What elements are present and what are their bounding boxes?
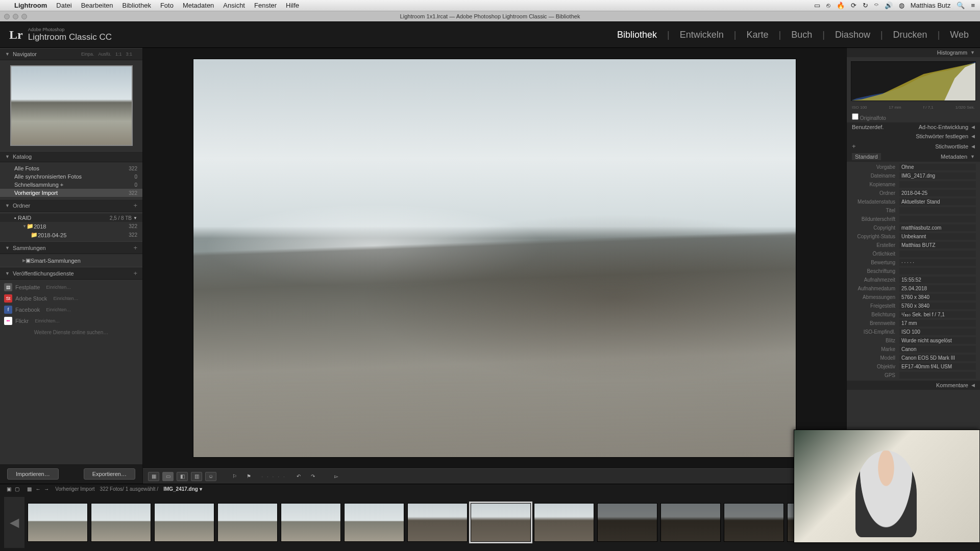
flag-reject-icon[interactable]: ⚑ (243, 472, 254, 481)
slideshow-icon[interactable]: ▻ (331, 472, 342, 481)
metadata-row[interactable]: Titel (847, 206, 980, 215)
status-icon[interactable]: ↻ (863, 2, 868, 9)
metadata-row[interactable]: BlitzWurde nicht ausgelöst (847, 336, 980, 345)
zoom-fit[interactable]: Einpa. (81, 52, 94, 57)
metadata-value[interactable] (899, 207, 976, 214)
publish-header[interactable]: ▼ Veröffentlichungsdienste + (0, 267, 142, 280)
metadata-row[interactable]: ModellCanon EOS 5D Mark III (847, 354, 980, 362)
loupe-view-icon[interactable]: ▭ (162, 472, 174, 481)
metadata-row[interactable]: GPS (847, 371, 980, 380)
zoom-1-1[interactable]: 1:1 (115, 52, 122, 57)
metadata-row[interactable]: Brennweite17 mm (847, 319, 980, 328)
metadata-row[interactable]: ErstellerMatthias BUTZ (847, 241, 980, 249)
metadata-value[interactable]: Aktuellster Stand (899, 198, 976, 205)
menu-icon[interactable]: ≡ (971, 2, 975, 9)
metadata-row[interactable]: Bildunterschrift (847, 215, 980, 223)
metadata-row[interactable]: Beschriftung (847, 267, 980, 276)
module-buch[interactable]: Buch (789, 30, 814, 40)
thumbnail[interactable] (154, 503, 214, 542)
histogram-header[interactable]: Histogramm▼ (847, 48, 980, 57)
metadata-value[interactable]: Canon (899, 346, 976, 353)
configure-link[interactable]: Einrichten… (35, 318, 60, 323)
navigator-header[interactable]: ▼ Navigator Einpa. Ausfü. 1:1 3:1 (0, 48, 142, 60)
status-icon[interactable]: 🔥 (837, 2, 845, 9)
module-diashow[interactable]: Diashow (833, 30, 872, 40)
metadata-value[interactable]: IMG_2417.dng (899, 172, 976, 179)
close-icon[interactable] (4, 14, 10, 19)
filmstrip-source[interactable]: Vorheriger Import (55, 486, 94, 492)
metadata-value[interactable]: Matthias BUTZ (899, 242, 976, 248)
module-entwickeln[interactable]: Entwickeln (678, 30, 726, 40)
thumbnail[interactable] (407, 503, 468, 542)
metadata-value[interactable]: 5760 x 3840 (899, 294, 976, 300)
thumbnail[interactable] (344, 503, 404, 542)
filmstrip-filename[interactable]: IMG_2417.dng ▾ (163, 486, 202, 492)
metadata-row[interactable]: Bewertung· · · · · (847, 258, 980, 267)
thumbnail-selected[interactable] (471, 503, 531, 542)
menu-metadaten[interactable]: Metadaten (183, 2, 214, 9)
metadata-value[interactable]: Unbekannt (899, 233, 976, 240)
menu-bearbeiten[interactable]: Bearbeiten (81, 2, 113, 9)
zoom-3-1[interactable]: 3:1 (126, 52, 132, 57)
thumbnail[interactable] (281, 503, 341, 542)
window-traffic-lights[interactable] (4, 14, 27, 19)
thumbnail[interactable] (724, 503, 784, 542)
menu-ansicht[interactable]: Ansicht (223, 2, 245, 9)
metadata-value[interactable]: ISO 100 (899, 329, 976, 335)
metadata-row[interactable]: Aufnahmedatum25.04.2018 (847, 284, 980, 293)
metadata-row[interactable]: Ordner2018-04-25 (847, 189, 980, 197)
menu-fenster[interactable]: Fenster (254, 2, 277, 9)
metadata-value[interactable]: Ohne (899, 164, 976, 170)
module-drucken[interactable]: Drucken (891, 30, 929, 40)
metadata-row[interactable]: Copyrightmatthiasbutz.com (847, 223, 980, 232)
main-monitor-icon[interactable]: ▢ (14, 486, 21, 492)
publish-harddrive[interactable]: ▤FestplatteEinrichten… (0, 282, 142, 293)
add-folder-icon[interactable]: + (133, 202, 137, 209)
metadata-row[interactable]: ObjektivEF17-40mm f/4L USM (847, 362, 980, 371)
configure-link[interactable]: Einrichten… (46, 285, 71, 290)
metadata-row[interactable]: Abmessungen5760 x 3840 (847, 293, 980, 302)
minimize-icon[interactable] (13, 14, 18, 19)
metadata-row[interactable]: Kopiename (847, 180, 980, 189)
metadata-row[interactable]: ISO-Empfindl.ISO 100 (847, 328, 980, 336)
module-web[interactable]: Web (948, 30, 971, 40)
keywords-set-header[interactable]: Stichwörter festlegen◀ (847, 132, 980, 141)
import-button[interactable]: Importieren… (7, 468, 59, 480)
metadata-value[interactable]: 25.04.2018 (899, 285, 976, 292)
find-more-services[interactable]: Weitere Dienste online suchen… (0, 327, 142, 338)
metadata-row[interactable]: Belichtung¹/₃₂₀ Sek. bei f / 7,1 (847, 310, 980, 319)
publish-facebook[interactable]: fFacebookEinrichten… (0, 304, 142, 315)
keywords-list-header[interactable]: +Stichwortliste◀ (847, 141, 980, 152)
metadata-value[interactable]: Canon EOS 5D Mark III (899, 355, 976, 361)
status-icon[interactable]: ⟳ (851, 2, 856, 9)
metadata-value[interactable] (899, 216, 976, 222)
metadata-value[interactable] (899, 251, 976, 257)
rating-stars[interactable]: · · · · · (261, 473, 286, 480)
zoom-fill[interactable]: Ausfü. (98, 52, 111, 57)
grid-view-icon[interactable]: ▦ (148, 472, 159, 481)
metadata-value[interactable]: 5760 x 3840 (899, 303, 976, 309)
thumbnail[interactable] (91, 503, 151, 542)
publish-flickr[interactable]: ••FlickrEinrichten… (0, 315, 142, 327)
folder-2018[interactable]: ▼ 📁 2018322 (0, 222, 142, 231)
configure-link[interactable]: Einrichten… (53, 296, 78, 301)
forward-icon[interactable]: → (43, 486, 50, 492)
app-menu[interactable]: Lightroom (14, 2, 47, 9)
export-button[interactable]: Exportieren… (84, 468, 135, 480)
catalog-header[interactable]: ▼ Katalog (0, 151, 142, 162)
metadata-row[interactable]: DateinameIMG_2417.dng (847, 171, 980, 180)
chevron-down-icon[interactable]: ▼ (133, 216, 137, 220)
histogram[interactable] (851, 61, 976, 101)
user-name[interactable]: Matthias Butz (911, 2, 951, 9)
rotate-cw-icon[interactable]: ↷ (307, 472, 318, 481)
rotate-ccw-icon[interactable]: ↶ (293, 472, 304, 481)
metadata-row[interactable]: Örtlichkeit (847, 249, 980, 258)
publish-adobestock[interactable]: StAdobe StockEinrichten… (0, 293, 142, 304)
wifi-icon[interactable]: ⌔ (874, 2, 878, 9)
folders-header[interactable]: ▼ Ordner + (0, 199, 142, 212)
compare-view-icon[interactable]: ◧ (177, 472, 188, 481)
thumbnail[interactable] (597, 503, 657, 542)
thumbnail[interactable] (534, 503, 594, 542)
zoom-icon[interactable] (21, 14, 27, 19)
survey-view-icon[interactable]: ▥ (191, 472, 202, 481)
